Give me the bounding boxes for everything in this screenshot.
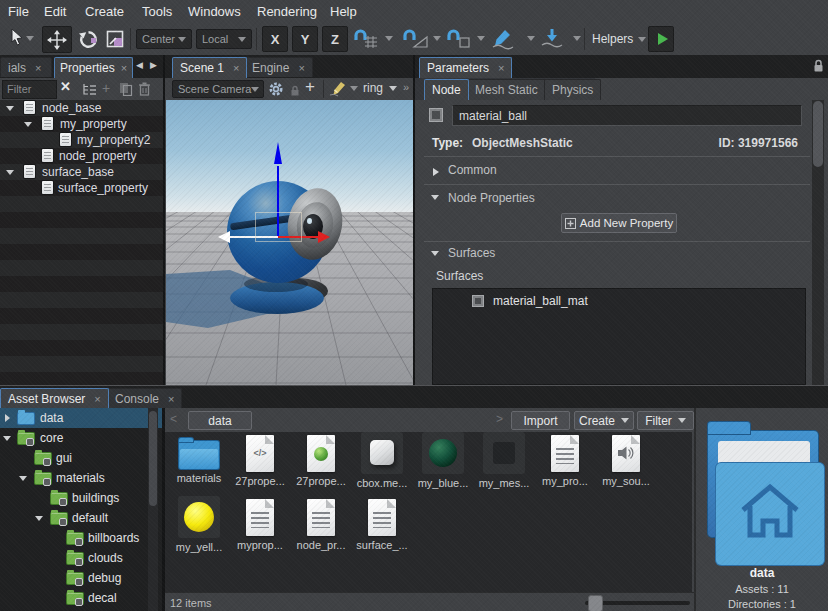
- create-button[interactable]: Create: [574, 411, 634, 430]
- tab-console[interactable]: Console×: [107, 388, 182, 408]
- scrollbar-thumb[interactable]: [813, 101, 823, 167]
- gizmo-x-arrow[interactable]: [318, 231, 330, 243]
- close-icon[interactable]: ×: [94, 393, 100, 405]
- filter-input[interactable]: Filter: [2, 80, 57, 99]
- add-property-icon[interactable]: +: [102, 80, 110, 96]
- ring-dropdown-icon[interactable]: [389, 86, 397, 91]
- axis-y-button[interactable]: Y: [292, 26, 318, 52]
- helpers-menu[interactable]: Helpers: [592, 32, 633, 46]
- camera-lock-icon[interactable]: [289, 83, 301, 101]
- gizmo-y-arrow[interactable]: [218, 231, 230, 243]
- gizmo-plane-handle[interactable]: [255, 212, 302, 242]
- collapse-icon[interactable]: [431, 251, 439, 256]
- asset-my-yellow[interactable]: my_yell...: [169, 496, 229, 553]
- scrollbar-thumb[interactable]: [149, 411, 157, 506]
- ring-selector-label[interactable]: ring: [363, 81, 383, 95]
- close-icon[interactable]: ×: [121, 62, 127, 74]
- collapse-icon[interactable]: [431, 195, 439, 200]
- menu-tools[interactable]: Tools: [142, 4, 172, 19]
- tree-item-my-property[interactable]: my_property: [0, 116, 163, 132]
- drop-to-ground-dropdown-icon[interactable]: [573, 36, 581, 41]
- tree-item-decal[interactable]: decal: [0, 588, 162, 608]
- gizmo-z-arrow[interactable]: [274, 142, 282, 164]
- camera-select[interactable]: Scene Camera: [172, 80, 264, 98]
- collapse-icon[interactable]: [19, 476, 27, 481]
- tab-scroll-right-icon[interactable]: ▶: [150, 60, 157, 70]
- tree-item-surface-property[interactable]: surface_property: [0, 180, 163, 196]
- tree-item-data[interactable]: data: [0, 408, 162, 428]
- pivot-select[interactable]: Center: [136, 29, 192, 49]
- hierarchy-icon[interactable]: [82, 82, 97, 100]
- subtab-node[interactable]: Node: [424, 79, 469, 100]
- close-icon[interactable]: ×: [498, 62, 504, 74]
- scale-tool-icon[interactable]: [106, 30, 124, 52]
- menu-create[interactable]: Create: [85, 4, 124, 19]
- filter-clear-icon[interactable]: ✕: [60, 79, 71, 94]
- section-surfaces[interactable]: Surfaces: [448, 246, 495, 260]
- snap-grid-dropdown-icon[interactable]: [385, 36, 393, 41]
- collapse-icon[interactable]: [3, 436, 11, 441]
- tree-item-surface-base[interactable]: surface_base: [0, 164, 163, 180]
- asset-27prope-code[interactable]: 27prope...: [230, 432, 290, 487]
- node-enabled-checkbox[interactable]: [429, 108, 443, 122]
- breadcrumb-data[interactable]: data: [188, 411, 252, 430]
- tab-parameters[interactable]: Parameters×: [419, 57, 512, 78]
- collapse-icon[interactable]: [24, 122, 32, 127]
- tree-item-buildings[interactable]: buildings: [0, 488, 162, 508]
- node-paint-brush-icon[interactable]: [329, 81, 346, 101]
- rotate-tool-icon[interactable]: [78, 29, 99, 54]
- nav-back-icon[interactable]: <: [170, 412, 177, 426]
- tab-asset-browser[interactable]: Asset Browser×: [0, 388, 109, 408]
- section-node-properties[interactable]: Node Properties: [448, 191, 535, 205]
- tab-engine[interactable]: Engine×: [244, 57, 313, 77]
- close-icon[interactable]: ×: [35, 62, 41, 74]
- tree-item-core[interactable]: core: [0, 428, 162, 448]
- tree-item-my-property2[interactable]: my_property2: [0, 132, 163, 148]
- camera-settings-gear-icon[interactable]: [268, 81, 284, 101]
- asset-27prope-mat[interactable]: 27prope...: [291, 432, 351, 487]
- close-icon[interactable]: ×: [298, 62, 304, 74]
- section-common[interactable]: Common: [448, 163, 497, 177]
- surface-checkbox[interactable]: [472, 295, 484, 307]
- menu-edit[interactable]: Edit: [44, 4, 66, 19]
- panel-lock-icon[interactable]: [812, 59, 825, 77]
- clone-property-icon[interactable]: [119, 82, 133, 100]
- tab-scene-1[interactable]: Scene 1×: [172, 57, 247, 78]
- tree-item-default[interactable]: default: [0, 508, 162, 528]
- tree-item-gui[interactable]: gui: [0, 448, 162, 468]
- menu-rendering[interactable]: Rendering: [257, 4, 317, 19]
- tree-item-clouds[interactable]: clouds: [0, 548, 162, 568]
- snap-angle-dropdown-icon[interactable]: [433, 36, 441, 41]
- node-name-input[interactable]: material_ball: [452, 105, 802, 126]
- space-select[interactable]: Local: [196, 29, 252, 49]
- subtab-physics[interactable]: Physics: [544, 79, 601, 100]
- delete-property-icon[interactable]: [138, 82, 151, 100]
- asset-my-sound[interactable]: my_sou...: [596, 432, 656, 487]
- asset-tree-scrollbar[interactable]: [148, 408, 158, 611]
- filter-button[interactable]: Filter: [637, 411, 694, 430]
- expand-icon[interactable]: [433, 168, 443, 176]
- collapse-icon[interactable]: [6, 170, 14, 175]
- asset-cbox-mesh[interactable]: cbox.me...: [352, 432, 412, 489]
- slider-handle[interactable]: [588, 595, 603, 611]
- tab-properties[interactable]: Properties×: [54, 57, 133, 78]
- menu-file[interactable]: File: [8, 4, 29, 19]
- menu-windows[interactable]: Windows: [188, 4, 241, 19]
- tree-item-node-base[interactable]: node_base: [0, 100, 163, 116]
- snap-grid-icon[interactable]: [353, 29, 379, 53]
- snap-angle-icon[interactable]: [402, 29, 428, 53]
- draw-terrain-icon[interactable]: [491, 28, 515, 54]
- asset-node-prop[interactable]: node_pr...: [291, 496, 351, 551]
- asset-my-mesh[interactable]: my_mes...: [474, 432, 534, 489]
- collapse-icon[interactable]: [35, 516, 43, 521]
- tree-item-node-property[interactable]: node_property: [0, 148, 163, 164]
- asset-materials[interactable]: materials: [169, 432, 229, 484]
- thumbnail-size-slider[interactable]: [585, 601, 690, 605]
- add-new-property-button[interactable]: Add New Property: [561, 213, 677, 233]
- expand-icon[interactable]: [5, 414, 10, 422]
- drop-to-ground-icon[interactable]: [540, 28, 564, 54]
- tab-materials[interactable]: ials×: [0, 57, 52, 77]
- draw-terrain-dropdown-icon[interactable]: [527, 36, 535, 41]
- asset-my-blue[interactable]: my_blue...: [413, 432, 473, 489]
- tab-scroll-left-icon[interactable]: ◀: [136, 60, 143, 70]
